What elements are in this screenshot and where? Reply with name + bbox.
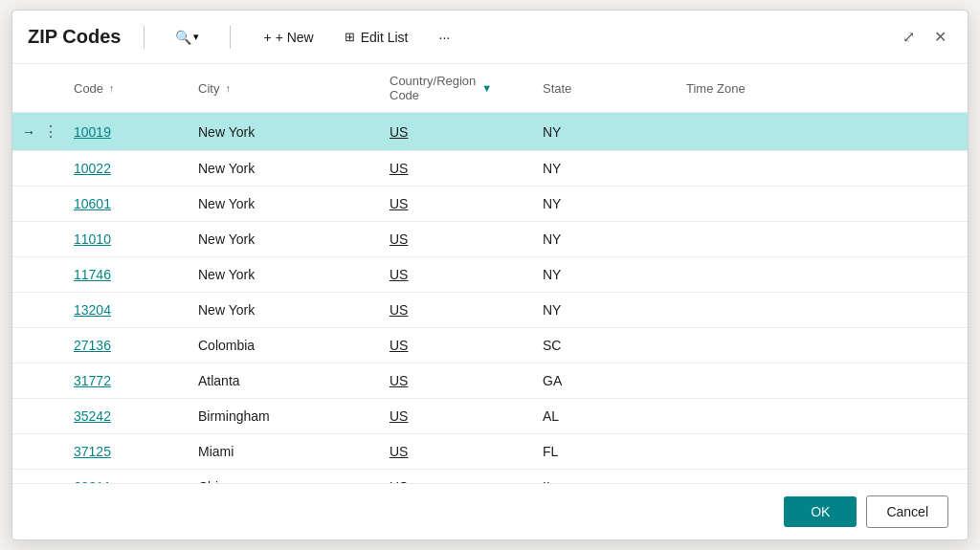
- timezone-cell: [675, 113, 968, 151]
- more-label: ···: [439, 30, 451, 45]
- dots-cell[interactable]: [39, 399, 62, 434]
- timezone-cell: [675, 328, 968, 363]
- dots-col-header: [39, 64, 62, 113]
- country-cell: US: [378, 151, 531, 187]
- dots-cell[interactable]: [39, 328, 62, 363]
- arrow-col-header: [12, 64, 39, 113]
- state-cell: AL: [531, 399, 675, 434]
- city-cell: Birmingham: [187, 399, 378, 434]
- table-row[interactable]: 27136ColombiaUSSC: [12, 328, 968, 363]
- dots-cell[interactable]: [39, 293, 62, 328]
- dots-cell[interactable]: [39, 187, 62, 222]
- timezone-cell: [675, 399, 968, 434]
- state-cell: NY: [531, 187, 675, 222]
- code-cell[interactable]: 37125: [62, 434, 187, 470]
- ok-button[interactable]: OK: [784, 496, 857, 527]
- col-header-code[interactable]: Code ↑: [62, 64, 187, 113]
- title-bar-right: ⤢ ✕: [897, 22, 952, 52]
- dots-cell[interactable]: [39, 434, 62, 470]
- state-cell: SC: [531, 328, 675, 363]
- state-cell: FL: [531, 434, 675, 470]
- search-button[interactable]: 🔍 ▾: [167, 24, 207, 51]
- table-row[interactable]: 37125MiamiUSFL: [12, 434, 968, 470]
- city-cell: Chicago: [187, 470, 378, 484]
- country-cell: US: [378, 293, 531, 328]
- arrow-cell: [12, 363, 39, 399]
- dots-cell[interactable]: [39, 151, 62, 187]
- timezone-cell: [675, 151, 968, 187]
- code-cell[interactable]: 11010: [62, 222, 187, 257]
- city-cell: Atlanta: [187, 363, 378, 399]
- zip-codes-dialog: ZIP Codes 🔍 ▾ + + New ⊞ Edit List ··· ⤢: [11, 10, 969, 540]
- country-cell: US: [378, 222, 531, 257]
- col-timezone-label: Time Zone: [686, 81, 746, 96]
- code-cell[interactable]: 31772: [62, 363, 187, 399]
- timezone-cell: [675, 222, 968, 257]
- cancel-button[interactable]: Cancel: [866, 495, 948, 528]
- city-cell: New York: [187, 151, 378, 187]
- close-button[interactable]: ✕: [928, 22, 952, 52]
- table-body: →⋮10019New YorkUSNY10022New YorkUSNY1060…: [12, 113, 968, 484]
- code-cell[interactable]: 10601: [62, 187, 187, 222]
- code-cell[interactable]: 60611: [62, 470, 187, 484]
- new-button[interactable]: + + New: [254, 24, 323, 51]
- country-cell: US: [378, 113, 531, 151]
- state-cell: NY: [531, 293, 675, 328]
- col-header-state[interactable]: State: [531, 64, 675, 113]
- table-row[interactable]: 10022New YorkUSNY: [12, 151, 968, 187]
- search-icon: 🔍: [175, 30, 191, 45]
- col-header-city[interactable]: City ↑: [187, 64, 378, 113]
- dots-cell[interactable]: [39, 470, 62, 484]
- table-row[interactable]: 11746New YorkUSNY: [12, 257, 968, 293]
- edit-list-button[interactable]: ⊞ Edit List: [335, 24, 418, 51]
- state-cell: IL: [531, 470, 675, 484]
- timezone-cell: [675, 470, 968, 484]
- table-row[interactable]: 31772AtlantaUSGA: [12, 363, 968, 399]
- col-header-country[interactable]: Country/RegionCode ▼: [378, 64, 531, 113]
- city-cell: New York: [187, 222, 378, 257]
- code-cell[interactable]: 10019: [62, 113, 187, 151]
- arrow-cell: [12, 257, 39, 293]
- edit-list-label: Edit List: [361, 30, 409, 45]
- new-label: + New: [276, 30, 314, 45]
- table-row[interactable]: 35242BirminghamUSAL: [12, 399, 968, 434]
- dots-cell[interactable]: [39, 363, 62, 399]
- col-city-label: City: [198, 81, 219, 96]
- expand-icon: ⤢: [902, 28, 915, 46]
- arrow-cell: →: [12, 113, 39, 151]
- table-row[interactable]: 11010New YorkUSNY: [12, 222, 968, 257]
- city-cell: New York: [187, 113, 378, 151]
- timezone-cell: [675, 293, 968, 328]
- state-cell: NY: [531, 113, 675, 151]
- city-sort-icon: ↑: [225, 82, 231, 94]
- code-cell[interactable]: 10022: [62, 151, 187, 187]
- country-cell: US: [378, 328, 531, 363]
- city-cell: New York: [187, 257, 378, 293]
- expand-button[interactable]: ⤢: [897, 22, 921, 52]
- dots-cell[interactable]: [39, 222, 62, 257]
- code-cell[interactable]: 13204: [62, 293, 187, 328]
- table-row[interactable]: 60611ChicagoUSIL: [12, 470, 968, 484]
- title-bar-left: ZIP Codes 🔍 ▾ + + New ⊞ Edit List ···: [28, 24, 897, 51]
- dots-cell[interactable]: [39, 257, 62, 293]
- timezone-cell: [675, 363, 968, 399]
- arrow-cell: [12, 470, 39, 484]
- more-button[interactable]: ···: [430, 24, 460, 51]
- table-row[interactable]: →⋮10019New YorkUSNY: [12, 113, 968, 151]
- country-cell: US: [378, 257, 531, 293]
- edit-list-icon: ⊞: [345, 30, 355, 44]
- table-row[interactable]: 10601New YorkUSNY: [12, 187, 968, 222]
- close-icon: ✕: [934, 28, 947, 46]
- col-header-timezone[interactable]: Time Zone: [675, 64, 968, 113]
- table-row[interactable]: 13204New YorkUSNY: [12, 293, 968, 328]
- country-filter-icon: ▼: [481, 82, 492, 94]
- col-code-label: Code: [74, 81, 103, 96]
- country-cell: US: [378, 470, 531, 484]
- code-cell[interactable]: 11746: [62, 257, 187, 293]
- dots-cell[interactable]: ⋮: [39, 113, 62, 151]
- dialog-footer: OK Cancel: [12, 483, 968, 539]
- country-cell: US: [378, 187, 531, 222]
- code-cell[interactable]: 35242: [62, 399, 187, 434]
- search-dropdown-icon: ▾: [193, 31, 199, 43]
- code-cell[interactable]: 27136: [62, 328, 187, 363]
